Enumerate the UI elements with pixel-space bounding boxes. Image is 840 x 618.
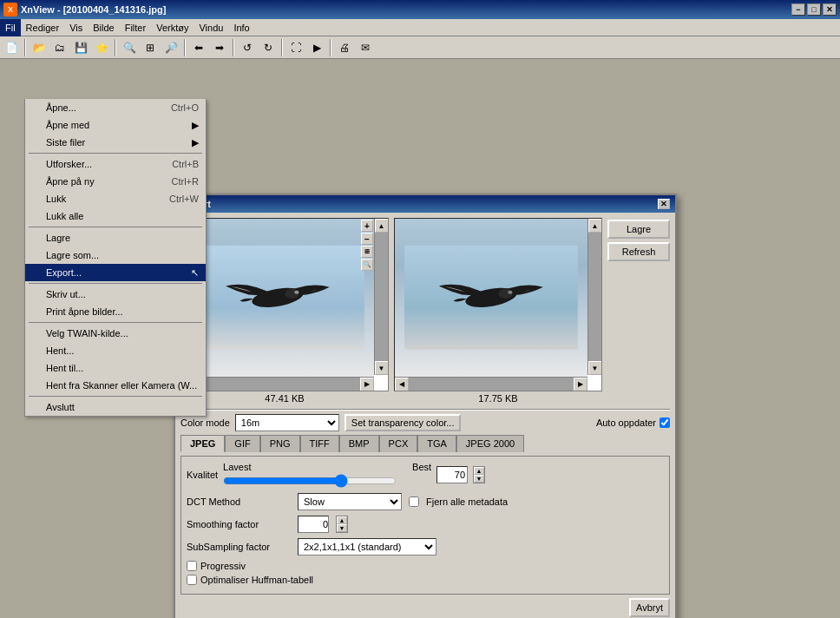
tb-sep5 — [281, 39, 283, 56]
menu-verktoy[interactable]: Verktøy — [151, 19, 194, 36]
left-scrollbar-h[interactable]: ◀ ▶ — [181, 377, 374, 391]
menu-item-apne-med[interactable]: Åpne med ▶ — [25, 116, 206, 134]
left-scrollbar-v[interactable]: ▲ ▼ — [374, 219, 388, 375]
smoothing-input[interactable] — [298, 516, 329, 533]
tb-star[interactable]: ⭐ — [92, 38, 111, 57]
smoothing-label: Smoothing factor — [187, 519, 291, 529]
zoom-out-left[interactable]: − — [361, 233, 373, 245]
menu-filter[interactable]: Filter — [120, 19, 151, 36]
export-dialog-title: Export ✕ — [175, 195, 675, 213]
quality-labels: Lavest Best — [223, 462, 431, 472]
tb-print[interactable]: 🖨 — [335, 38, 354, 57]
right-scroll-right[interactable]: ▶ — [574, 378, 587, 391]
menu-item-print-apne[interactable]: Print åpne bilder... — [25, 303, 206, 320]
zoom-fit-left[interactable]: ⊞ — [361, 246, 373, 258]
lagre-button[interactable]: Lagre — [607, 220, 670, 239]
close-button[interactable]: ✕ — [823, 3, 837, 16]
tb-zoom-out[interactable]: 🔎 — [161, 38, 180, 57]
right-scrollbar-h[interactable]: ◀ ▶ — [395, 377, 587, 391]
refresh-button[interactable]: Refresh — [607, 242, 670, 261]
menu-item-avslutt[interactable]: Avslutt — [25, 398, 206, 416]
transparency-button[interactable]: Set transparency color... — [345, 414, 462, 431]
tab-png[interactable]: PNG — [260, 435, 300, 452]
smoothing-spin-up[interactable]: ▲ — [337, 516, 347, 524]
avbryt-button[interactable]: Avbryt — [629, 598, 670, 617]
color-mode-select[interactable]: 16m 256 Grey — [235, 414, 339, 431]
menu-item-hent-fra[interactable]: Hent fra Skanner eller Kamera (W... — [25, 377, 206, 394]
quality-spinbuttons: ▲ ▼ — [473, 466, 485, 483]
menu-item-siste[interactable]: Siste filer ▶ — [25, 134, 206, 151]
tb-slideshow[interactable]: ▶ — [307, 38, 326, 57]
export-close-button[interactable]: ✕ — [658, 199, 670, 209]
menu-item-hent[interactable]: Hent... — [25, 342, 206, 359]
tb-email[interactable]: ✉ — [356, 38, 375, 57]
zoom-in-left[interactable]: + — [361, 220, 373, 232]
menu-item-skriv-ut[interactable]: Skriv ut... — [25, 286, 206, 303]
tab-jpeg2000[interactable]: JPEG 2000 — [456, 435, 524, 452]
menu-item-hent-til[interactable]: Hent til... — [25, 359, 206, 377]
tb-browse[interactable]: 🗂 — [50, 38, 69, 57]
tb-next[interactable]: ➡ — [210, 38, 229, 57]
tab-jpeg[interactable]: JPEG — [180, 435, 225, 452]
menu-item-lagre[interactable]: Lagre — [25, 229, 206, 247]
tab-gif[interactable]: GIF — [225, 435, 259, 452]
menu-item-lukk-alle[interactable]: Lukk alle — [25, 207, 206, 225]
maximize-button[interactable]: □ — [807, 3, 821, 16]
tab-tiff[interactable]: TIFF — [300, 435, 339, 452]
tb-rotate-l[interactable]: ↺ — [238, 38, 257, 57]
quality-slider[interactable] — [223, 474, 397, 488]
right-scroll-up[interactable]: ▲ — [588, 219, 602, 233]
menu-item-lukk[interactable]: Lukk Ctrl+W — [25, 190, 206, 207]
menu-info[interactable]: Info — [228, 19, 254, 36]
tb-open[interactable]: 📂 — [30, 38, 49, 57]
quality-spin-up[interactable]: ▲ — [474, 467, 484, 475]
left-image-size: 47.41 KB — [180, 391, 389, 405]
huffman-checkbox[interactable] — [187, 575, 197, 585]
tb-prev[interactable]: ⬅ — [189, 38, 208, 57]
tb-zoom-in[interactable]: 🔍 — [120, 38, 139, 57]
right-scrollbar-v[interactable]: ▲ ▼ — [587, 219, 601, 375]
menu-item-lagre-som[interactable]: Lagre som... — [25, 247, 206, 264]
dialog-action-buttons: Lagre Refresh — [607, 218, 670, 405]
tb-save[interactable]: 💾 — [71, 38, 90, 57]
dct-select[interactable]: Slow Fast Float — [298, 493, 402, 510]
right-scroll-left[interactable]: ◀ — [395, 378, 409, 391]
menu-vindu[interactable]: Vindu — [194, 19, 228, 36]
tab-tga[interactable]: TGA — [417, 435, 456, 452]
tb-new[interactable]: 📄 — [2, 38, 21, 57]
progressiv-checkbox[interactable] — [187, 561, 197, 571]
menu-item-apne-ny[interactable]: Åpne på ny Ctrl+R — [25, 173, 206, 190]
dct-label: DCT Method — [187, 496, 291, 507]
tb-fullscreen[interactable]: ⛶ — [286, 38, 305, 57]
menu-item-twain[interactable]: Velg TWAIN-kilde... — [25, 325, 206, 342]
tb-zoom-fit[interactable]: ⊞ — [141, 38, 160, 57]
left-scroll-up[interactable]: ▲ — [375, 219, 389, 233]
menu-vis[interactable]: Vis — [64, 19, 88, 36]
right-scroll-down[interactable]: ▼ — [588, 361, 602, 375]
menu-rediger[interactable]: Rediger — [21, 19, 65, 36]
tb-rotate-r[interactable]: ↻ — [259, 38, 278, 57]
auto-update-checkbox[interactable] — [660, 417, 670, 428]
left-scroll-down[interactable]: ▼ — [375, 361, 389, 375]
menu-fil[interactable]: Fil — [0, 19, 21, 36]
minimize-button[interactable]: − — [791, 3, 805, 16]
menu-sep2 — [29, 227, 202, 227]
quality-row: Kvalitet Lavest Best ▲ ▼ — [187, 462, 664, 488]
quality-spin-down[interactable]: ▼ — [474, 475, 484, 483]
right-scroll-track-h — [409, 378, 574, 391]
left-scroll-right[interactable]: ▶ — [360, 378, 374, 391]
fjern-metadata-checkbox[interactable] — [409, 496, 419, 507]
preview-bird-image — [395, 219, 587, 377]
menu-item-export[interactable]: Export... ↖ — [25, 264, 206, 281]
subsampling-select[interactable]: 2x2,1x1,1x1 (standard) 1x1,1x1,1x1 2x1,1… — [298, 538, 436, 556]
zoom-100-left[interactable]: 🔍 — [361, 259, 373, 271]
quality-value-input[interactable] — [436, 466, 468, 483]
menu-item-utforsker[interactable]: Utforsker... Ctrl+B — [25, 155, 206, 173]
tab-pcx[interactable]: PCX — [379, 435, 418, 452]
smoothing-spin-down[interactable]: ▼ — [337, 524, 347, 532]
menu-bilde[interactable]: Bilde — [88, 19, 119, 36]
tab-bmp[interactable]: BMP — [339, 435, 379, 452]
smoothing-row: Smoothing factor ▲ ▼ — [187, 516, 664, 533]
menu-item-apne[interactable]: Åpne... Ctrl+O — [25, 99, 206, 116]
app-icon: X — [3, 3, 17, 16]
